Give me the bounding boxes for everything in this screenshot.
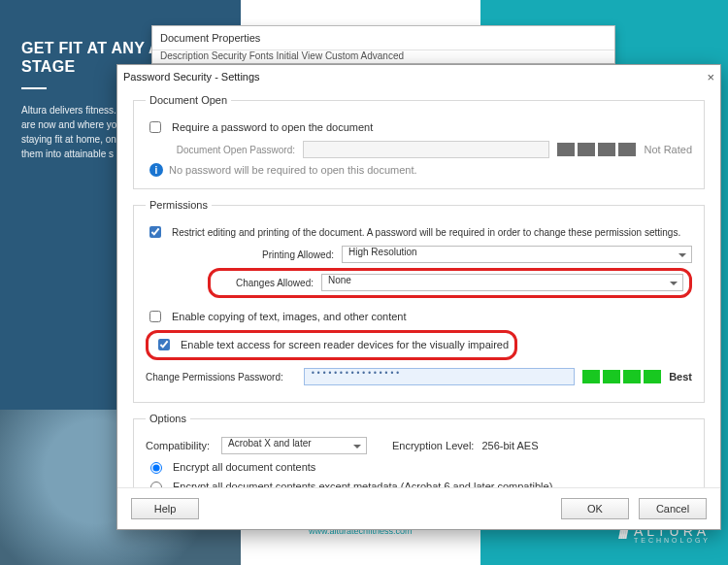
highlight-enable-access: Enable text access for screen reader dev… xyxy=(146,330,517,360)
doc-open-pw-label: Document Open Password: xyxy=(169,145,295,155)
dialog-content: Document Open Require a password to open… xyxy=(117,88,720,487)
enable-access-label: Enable text access for screen reader dev… xyxy=(181,339,509,350)
legend-permissions: Permissions xyxy=(146,199,212,211)
group-options: Options Compatibility: Acrobat X and lat… xyxy=(133,413,705,487)
restrict-editing-label: Restrict editing and printing of the doc… xyxy=(172,227,680,238)
doc-open-strength-meter xyxy=(557,143,636,156)
dialog-button-bar: Help OK Cancel xyxy=(117,487,720,529)
encrypt-except-meta-label: Encrypt all document contents except met… xyxy=(173,481,552,488)
encrypt-all-radio[interactable] xyxy=(150,462,162,474)
enable-access-checkbox[interactable] xyxy=(158,339,170,350)
divider xyxy=(21,87,47,89)
enable-copying-label: Enable copying of text, images, and othe… xyxy=(172,311,407,322)
compat-select[interactable]: Acrobat X and later xyxy=(221,437,367,454)
compat-label: Compatibility: xyxy=(146,440,214,451)
legend-document-open: Document Open xyxy=(146,94,231,106)
change-perm-pw-field[interactable]: •••••••••••••••• xyxy=(304,368,575,385)
dialog-title: Password Security - Settings xyxy=(123,71,260,83)
group-document-open: Document Open Require a password to open… xyxy=(133,94,705,189)
enable-copying-checkbox[interactable] xyxy=(149,311,161,322)
back-dialog-title: Document Properties xyxy=(152,26,614,50)
changes-allowed-select[interactable]: None xyxy=(321,274,683,291)
doc-open-info: No password will be required to open thi… xyxy=(169,164,417,176)
group-permissions: Permissions Restrict editing and printin… xyxy=(133,199,705,403)
doc-open-pw-field xyxy=(303,141,549,158)
info-icon: i xyxy=(149,163,163,177)
perm-strength-meter xyxy=(582,370,661,383)
encrypt-all-label: Encrypt all document contents xyxy=(173,461,315,473)
highlight-changes-allowed: Changes Allowed: None xyxy=(208,268,692,298)
close-icon[interactable]: × xyxy=(707,70,714,84)
require-open-password-checkbox[interactable] xyxy=(149,121,161,133)
help-button[interactable]: Help xyxy=(131,498,199,519)
legend-options: Options xyxy=(146,413,190,424)
changes-allowed-label: Changes Allowed: xyxy=(216,278,314,288)
printing-allowed-select[interactable]: High Resolution xyxy=(342,246,692,263)
require-open-password-label: Require a password to open the document xyxy=(172,121,373,133)
restrict-editing-checkbox[interactable] xyxy=(149,226,161,238)
back-dialog-tabs: Description Security Fonts Initial View … xyxy=(152,50,614,61)
doc-open-strength-label: Not Rated xyxy=(644,144,692,155)
cancel-button[interactable]: Cancel xyxy=(639,498,707,519)
document-properties-dialog: Document Properties Description Security… xyxy=(151,25,615,64)
dialog-titlebar[interactable]: Password Security - Settings × xyxy=(117,65,720,88)
perm-strength-label: Best xyxy=(669,371,692,382)
change-perm-pw-label: Change Permissions Password: xyxy=(146,372,296,382)
encryption-level-label: Encryption Level: xyxy=(392,440,474,451)
ok-button[interactable]: OK xyxy=(561,498,629,519)
password-security-dialog: Password Security - Settings × Document … xyxy=(116,64,721,530)
printing-allowed-label: Printing Allowed: xyxy=(237,249,334,260)
logo-sub: TECHNOLOGY xyxy=(634,537,711,544)
encryption-level-value: 256-bit AES xyxy=(481,440,538,451)
